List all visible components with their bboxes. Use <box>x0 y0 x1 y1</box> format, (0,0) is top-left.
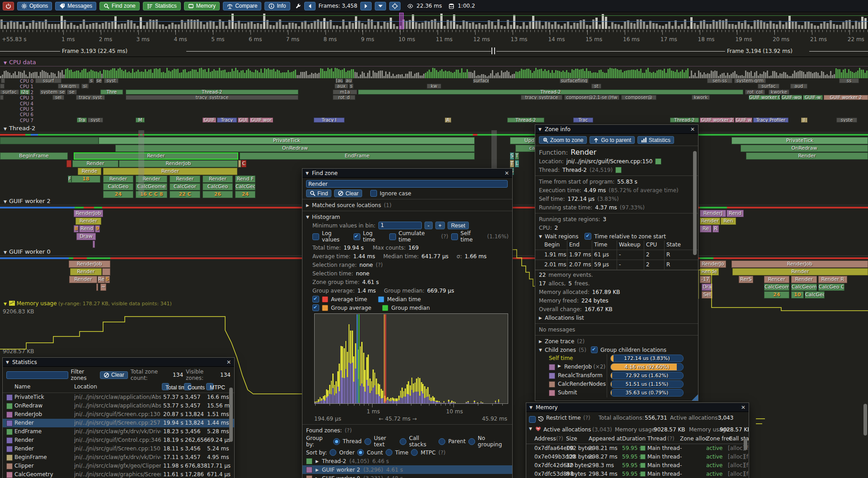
frame-bar[interactable] <box>57 24 60 29</box>
frame-bar[interactable] <box>804 22 807 29</box>
collapse-icon[interactable]: ▼ <box>306 215 309 219</box>
frame-bar[interactable] <box>605 17 607 29</box>
close-icon[interactable]: ✕ <box>690 126 695 133</box>
frame-bar[interactable] <box>285 25 288 29</box>
frame-bar[interactable] <box>254 24 256 29</box>
child-zone-row[interactable]: RecalcTransform72.92 us (1.62%) <box>535 371 698 380</box>
frame-bar[interactable] <box>586 25 588 29</box>
zone-name[interactable]: Render <box>14 437 34 443</box>
zone[interactable] <box>102 268 110 275</box>
zone[interactable]: RenderJob <box>731 260 868 268</box>
zone[interactable]: 10 <box>791 291 804 298</box>
zone-name[interactable]: CalcGeometry <box>14 471 53 478</box>
frame-bar[interactable] <box>159 24 161 29</box>
go-to-parent-button[interactable]: Go to parent <box>590 136 635 144</box>
zone[interactable]: CalcGeomet <box>791 284 817 291</box>
alloc-callstack-alloc[interactable]: [alloc] <box>728 454 745 460</box>
frame-bar[interactable] <box>542 25 544 29</box>
frame-bar[interactable] <box>51 24 53 29</box>
alloc-callstack-alloc[interactable]: [alloc] <box>728 462 745 469</box>
frame-bar[interactable] <box>614 24 617 29</box>
zone[interactable] <box>66 160 71 167</box>
zone[interactable]: BeginFrame <box>0 152 68 160</box>
zone[interactable]: Render <box>170 175 200 183</box>
zone[interactable]: -17 <box>700 276 711 283</box>
frame-bar[interactable] <box>836 25 838 29</box>
frame-bar[interactable] <box>516 25 519 29</box>
child-zone-row[interactable]: ▶RenderJob(×2)4.16 ms (92.60%) <box>535 363 698 371</box>
frame-bar[interactable] <box>665 24 667 29</box>
zone[interactable]: se <box>67 90 77 95</box>
frame-bar[interactable] <box>437 23 439 29</box>
zone[interactable]: Rend F <box>235 175 255 183</box>
frame-bar[interactable] <box>86 25 88 29</box>
frame-bar[interactable] <box>709 24 712 29</box>
wait-column-end[interactable]: End <box>569 241 580 248</box>
log-time-checkbox[interactable] <box>354 233 360 240</box>
column-size[interactable]: Size <box>566 435 577 442</box>
alloc-callstack-alloc[interactable]: [alloc] <box>728 445 745 451</box>
frame-bar[interactable] <box>345 25 348 29</box>
group-by-option[interactable]: Parent <box>448 438 465 445</box>
group-by-option[interactable]: User text <box>374 435 397 448</box>
zone[interactable]: s <box>89 78 94 83</box>
zone[interactable]: Render <box>103 168 237 175</box>
sort-by-option[interactable]: Count <box>367 450 383 456</box>
expand-icon[interactable]: ▶ <box>316 468 319 472</box>
frame-bar[interactable] <box>95 23 98 29</box>
frame-bar[interactable] <box>288 23 291 29</box>
ignore-case-checkbox[interactable] <box>370 190 377 197</box>
frame-bar[interactable] <box>377 22 379 29</box>
frame-bar[interactable] <box>146 22 148 29</box>
found-zone-group[interactable]: ▶GUIF worker 2(3,296)4.61 s <box>302 465 512 474</box>
frame-bar[interactable] <box>165 26 167 29</box>
frame-bar[interactable] <box>7 22 9 29</box>
frame-bar[interactable] <box>421 23 424 29</box>
zone[interactable]: aux <box>335 84 348 89</box>
frame-bar[interactable] <box>456 24 458 29</box>
frame-bar[interactable] <box>133 24 136 29</box>
frame-bar[interactable] <box>67 24 69 29</box>
frame-bar[interactable] <box>481 25 484 29</box>
zone[interactable]: GUIF worker 0 <box>749 95 780 100</box>
frame-bar[interactable] <box>557 24 560 29</box>
frame-bar[interactable] <box>13 22 15 29</box>
frame-bar[interactable] <box>380 26 382 29</box>
frame-bar[interactable] <box>307 24 310 29</box>
table-row[interactable]: OnRedrawjni/../jni/src/claw/application/… <box>3 402 234 410</box>
frame-bar[interactable] <box>526 25 528 29</box>
zone-statistics-button[interactable]: Statistics <box>637 136 674 144</box>
frame-bar[interactable] <box>545 22 547 29</box>
zone[interactable]: [au <box>335 78 343 83</box>
zone[interactable]: composer@ <box>621 95 656 100</box>
zone[interactable]: Rencer <box>764 276 789 283</box>
frame-bar[interactable] <box>697 25 699 29</box>
memory-usage-header[interactable]: ▼ Memory usage (y-range: 178.27 KB, visi… <box>4 300 172 307</box>
group-children-checkbox[interactable] <box>591 346 598 353</box>
frame-bar[interactable] <box>418 24 420 29</box>
column-appeared[interactable]: Appeared at <box>589 435 622 442</box>
zone[interactable]: EndFrame <box>240 152 475 160</box>
find-zone-titlebar[interactable]: ▼ Find zone ✕ <box>302 169 512 178</box>
frame-bar[interactable] <box>425 21 427 29</box>
frame-bar[interactable] <box>535 21 538 29</box>
zone-trace-label[interactable]: Zone trace <box>545 338 574 345</box>
wait-regions-label[interactable]: Wait regions <box>545 233 579 240</box>
tools-icon[interactable] <box>295 3 301 9</box>
zone[interactable]: GUIF <box>203 118 216 123</box>
alloc-callstack-alloc[interactable]: [alloc] <box>728 471 745 477</box>
frame-bar[interactable] <box>839 25 841 29</box>
statistics-titlebar[interactable]: ▼ Statistics ✕ <box>3 358 234 367</box>
frame-bar[interactable] <box>118 24 120 29</box>
zone[interactable]: RenderJob <box>74 210 103 217</box>
table-row[interactable]: RenderJobjni/../jni/src/guif/Screen.cpp:… <box>3 410 234 419</box>
frame-bar[interactable] <box>387 23 389 29</box>
thread-header-guif-worker-2[interactable]: ▼GUIF worker 2 <box>4 198 51 204</box>
frame-bar[interactable] <box>817 26 819 29</box>
sort-by-option[interactable]: Order <box>339 450 354 456</box>
thread-state-strip[interactable] <box>0 257 69 259</box>
find-button[interactable]: Find <box>306 189 331 197</box>
zone[interactable]: OnRedraw <box>115 145 475 152</box>
child-zone-row[interactable]: Self time172.14 us (3.83%) <box>535 354 698 363</box>
zone[interactable]: system-grm <box>734 78 766 83</box>
